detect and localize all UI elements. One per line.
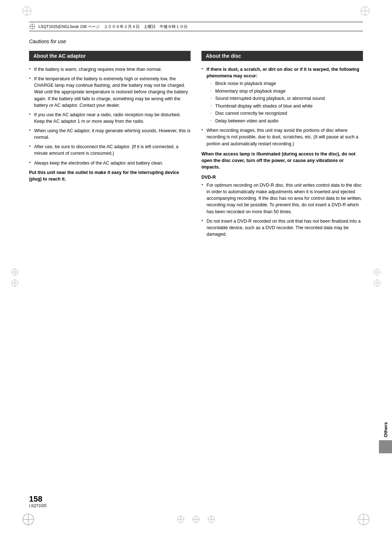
- disc-bullets: If there is dust, a scratch, or dirt on …: [201, 66, 363, 147]
- side-tab: Others: [379, 419, 392, 453]
- two-column-layout: About the AC adaptor If the battery is w…: [29, 51, 363, 240]
- header-file-info: LSQT1025(ENG).book 158 ページ ２００６年２月４日 土曜日…: [38, 24, 188, 29]
- side-tab-label: Others: [381, 419, 390, 440]
- reg-mark-top-right: [360, 6, 370, 16]
- bullet-disconnect: After use, be sure to disconnect the AC …: [29, 143, 191, 157]
- page: LSQT1025(ENG).book 158 ページ ２００６年２月４日 土曜日…: [0, 0, 392, 555]
- phenomenon-thumbnail: Thumbnail display with shades of blue an…: [210, 103, 363, 110]
- header-reg-mark: [29, 23, 36, 30]
- right-edge-marks: [373, 268, 381, 287]
- phenomenon-sound-interrupted: Sound interrupted during playback, or ab…: [210, 96, 363, 102]
- reg-mark-right-bottom: [373, 279, 381, 287]
- reg-mark-bottom-center-right: [207, 515, 215, 523]
- phenomena-list: Block noise in playback image Momentary …: [210, 81, 363, 124]
- bullet-dust-scratch: If there is dust, a scratch, or dirt on …: [201, 66, 363, 124]
- page-number-area: 158 LSQT1025: [29, 494, 46, 508]
- phenomenon-momentary-stop: Momentary stop of playback image: [210, 88, 363, 95]
- bullet-recording-avoid: When recording images, this unit may avo…: [201, 127, 363, 147]
- reg-mark-bottom-right-large: [357, 513, 370, 526]
- dvd-r-bullet-2: Do not insert a DVD-R recorded on this u…: [201, 218, 363, 238]
- right-column: About the disc If there is dust, a scrat…: [201, 51, 363, 240]
- side-tab-bar: [379, 440, 392, 453]
- ac-adaptor-bullets: If the battery is warm, charging require…: [29, 66, 191, 166]
- bullet-whirring: When using the AC adaptor, it may genera…: [29, 127, 191, 141]
- left-edge-marks: [11, 268, 19, 287]
- bold-outlet-notice: Put this unit near the outlet to make it…: [29, 169, 191, 182]
- bullet-electrodes: Always keep the electrodes of the AC ada…: [29, 160, 191, 166]
- reg-mark-left-bottom: [11, 279, 19, 287]
- page-code: LSQT1025: [29, 504, 46, 508]
- page-number: 158: [29, 494, 46, 504]
- reg-mark-bottom-center: [192, 515, 200, 523]
- disc-heading: About the disc: [201, 51, 363, 61]
- ac-adaptor-heading: About the AC adaptor: [29, 51, 191, 61]
- cautions-title: Cautions for use: [29, 39, 363, 44]
- dvd-r-heading: DVD-R: [201, 175, 363, 180]
- top-marks-row: [0, 0, 392, 22]
- bullet-radio: If you use the AC adaptor near a radio, …: [29, 112, 191, 125]
- header-bar: LSQT1025(ENG).book 158 ページ ２００６年２月４日 土曜日…: [29, 22, 363, 31]
- phenomenon-not-recognized: Disc cannot correctly be recognized: [210, 110, 363, 117]
- reg-mark-right-top: [373, 268, 381, 276]
- reg-mark-bottom-center-left: [177, 515, 185, 523]
- access-lamp-warning: When the access lamp is illuminated (dur…: [201, 151, 363, 170]
- left-column: About the AC adaptor If the battery is w…: [29, 51, 191, 240]
- phenomenon-delay: Delay between video and audio: [210, 118, 363, 125]
- bullet-temperature: If the temperature of the battery is ext…: [29, 76, 191, 109]
- reg-mark-top-left: [22, 6, 32, 16]
- dvd-r-bullet-1: For optimum recording on DVD-R disc, thi…: [201, 182, 363, 215]
- bottom-marks-row: [0, 513, 392, 526]
- bullet-warm-battery: If the battery is warm, charging require…: [29, 66, 191, 73]
- dvd-r-bullets: For optimum recording on DVD-R disc, thi…: [201, 182, 363, 238]
- reg-mark-left-top: [11, 268, 19, 276]
- phenomenon-block-noise: Block noise in playback image: [210, 81, 363, 87]
- reg-mark-bottom-left-large: [22, 513, 35, 526]
